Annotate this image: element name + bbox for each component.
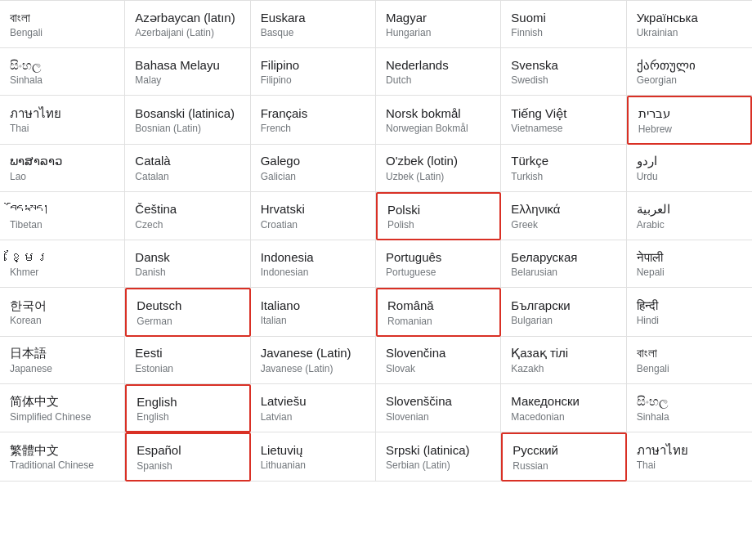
language-item[interactable]: Bahasa MelayuMalay <box>125 48 250 96</box>
language-english: Bengali <box>637 363 742 374</box>
language-item[interactable]: עבריתHebrew <box>627 96 752 145</box>
language-english: Catalan <box>135 171 239 182</box>
language-item[interactable]: SvenskaSwedish <box>501 48 626 96</box>
language-item[interactable]: CatalàCatalan <box>125 145 250 192</box>
language-item[interactable]: ภาษาไทยThai <box>0 96 125 145</box>
language-item[interactable]: བོད་སྐད།Tibetan <box>0 192 125 241</box>
language-english: Lao <box>10 171 114 182</box>
language-item[interactable]: DanskDanish <box>125 240 250 288</box>
language-item[interactable]: 简体中文Simplified Chinese <box>0 384 125 433</box>
language-english: Filipino <box>261 74 365 86</box>
language-item[interactable]: Tiếng ViệtVietnamese <box>501 96 626 145</box>
language-item[interactable]: Srpski (latinica)Serbian (Latin) <box>376 432 501 482</box>
language-native: Hrvatski <box>261 201 365 217</box>
language-item[interactable]: LietuviųLithuanian <box>251 432 376 482</box>
language-item[interactable]: EuskaraBasque <box>251 1 376 48</box>
language-native: Беларуская <box>511 249 615 266</box>
language-item[interactable]: IndonesiaIndonesian <box>251 240 376 288</box>
language-item[interactable]: SlovenščinaSlovenian <box>376 384 501 433</box>
language-english: Japanese <box>10 363 114 374</box>
language-english: English <box>137 411 239 423</box>
language-english: Dutch <box>386 74 490 86</box>
language-item[interactable]: O'zbek (lotin)Uzbek (Latin) <box>376 145 501 192</box>
language-grid: বাংলাBengaliAzərbaycan (latın)Azerbaijan… <box>0 0 752 482</box>
language-native: Українська <box>637 10 742 26</box>
language-item[interactable]: DeutschGerman <box>125 288 250 337</box>
language-english: Bosnian (Latin) <box>135 123 239 134</box>
language-native: Română <box>387 298 490 314</box>
language-item[interactable]: සිංහලSinhala <box>0 48 125 96</box>
language-item[interactable]: МакедонскиMacedonian <box>501 384 626 433</box>
language-native: Slovenčina <box>386 345 490 361</box>
language-item[interactable]: 日本語Japanese <box>0 337 125 384</box>
language-item[interactable]: SlovenčinaSlovak <box>376 337 501 384</box>
language-native: Magyar <box>386 10 490 26</box>
language-item[interactable]: PolskiPolish <box>376 192 501 241</box>
language-item[interactable]: සිංහලSinhala <box>627 384 752 433</box>
language-native: Polski <box>387 202 490 218</box>
language-item[interactable]: HrvatskiCroatian <box>251 192 376 241</box>
language-item[interactable]: ภาษาไทยThai <box>627 432 752 482</box>
language-item[interactable]: SuomiFinnish <box>501 1 626 48</box>
language-item[interactable]: MagyarHungarian <box>376 1 501 48</box>
language-item[interactable]: Қазақ тіліKazakh <box>501 337 626 384</box>
language-item[interactable]: FrançaisFrench <box>251 96 376 145</box>
language-item[interactable]: বাংলাBengali <box>627 337 752 384</box>
language-item[interactable]: FilipinoFilipino <box>251 48 376 96</box>
language-english: Greek <box>511 219 615 231</box>
language-item[interactable]: PortuguêsPortuguese <box>376 240 501 288</box>
language-item[interactable]: РусскийRussian <box>501 432 626 482</box>
language-native: Türkçe <box>511 153 615 169</box>
language-item[interactable]: NederlandsDutch <box>376 48 501 96</box>
language-native: Қазақ тілі <box>511 345 615 361</box>
language-english: Basque <box>261 27 365 38</box>
language-item[interactable]: БългарскиBulgarian <box>501 288 626 337</box>
language-item[interactable]: Javanese (Latin)Javanese (Latin) <box>251 337 376 384</box>
language-native: Deutsch <box>137 298 239 314</box>
language-native: বাংলা <box>10 10 114 26</box>
language-english: French <box>261 123 365 134</box>
language-item[interactable]: EnglishEnglish <box>125 384 250 433</box>
language-native: Eesti <box>135 345 239 361</box>
language-item[interactable]: ItalianoItalian <box>251 288 376 337</box>
language-item[interactable]: ČeštinaCzech <box>125 192 250 241</box>
language-item[interactable]: বাংলাBengali <box>0 1 125 48</box>
language-english: Spanish <box>137 460 239 472</box>
language-native: Azərbaycan (latın) <box>135 10 239 26</box>
language-english: Urdu <box>637 171 742 182</box>
language-native: O'zbek (lotin) <box>386 153 490 169</box>
language-english: Malay <box>135 74 239 86</box>
language-item[interactable]: नेपालीNepali <box>627 240 752 288</box>
language-item[interactable]: GalegoGalician <box>251 145 376 192</box>
language-item[interactable]: EestiEstonian <box>125 337 250 384</box>
language-item[interactable]: ΕλληνικάGreek <box>501 192 626 241</box>
language-item[interactable]: العربيةArabic <box>627 192 752 241</box>
language-english: Javanese (Latin) <box>261 363 365 374</box>
language-item[interactable]: EspañolSpanish <box>125 432 250 482</box>
language-english: Khmer <box>10 267 114 278</box>
language-english: Arabic <box>637 219 742 231</box>
language-item[interactable]: اردوUrdu <box>627 145 752 192</box>
language-native: ภาษาไทย <box>10 105 114 122</box>
language-item[interactable]: УкраїнськаUkrainian <box>627 1 752 48</box>
language-item[interactable]: LatviešuLatvian <box>251 384 376 433</box>
language-english: Latvian <box>261 411 365 423</box>
language-native: Nederlands <box>386 57 490 74</box>
language-native: Suomi <box>511 10 615 26</box>
language-item[interactable]: 繁體中文Traditional Chinese <box>0 432 125 482</box>
language-item[interactable]: ພາສາລາວLao <box>0 145 125 192</box>
language-english: Galician <box>261 171 365 182</box>
language-item[interactable]: Azərbaycan (latın)Azerbaijani (Latin) <box>125 1 250 48</box>
language-native: Català <box>135 153 239 169</box>
language-english: Kazakh <box>511 363 615 374</box>
language-item[interactable]: Norsk bokmålNorwegian Bokmål <box>376 96 501 145</box>
language-item[interactable]: RomânăRomanian <box>376 288 501 337</box>
language-item[interactable]: हिन्दीHindi <box>627 288 752 337</box>
language-item[interactable]: TürkçeTurkish <box>501 145 626 192</box>
language-item[interactable]: БеларускаяBelarusian <box>501 240 626 288</box>
language-item[interactable]: ქართულიGeorgian <box>627 48 752 96</box>
language-item[interactable]: Bosanski (latinica)Bosnian (Latin) <box>125 96 250 145</box>
language-english: Swedish <box>511 74 615 86</box>
language-item[interactable]: ខ្មែរKhmer <box>0 240 125 288</box>
language-item[interactable]: 한국어Korean <box>0 288 125 337</box>
